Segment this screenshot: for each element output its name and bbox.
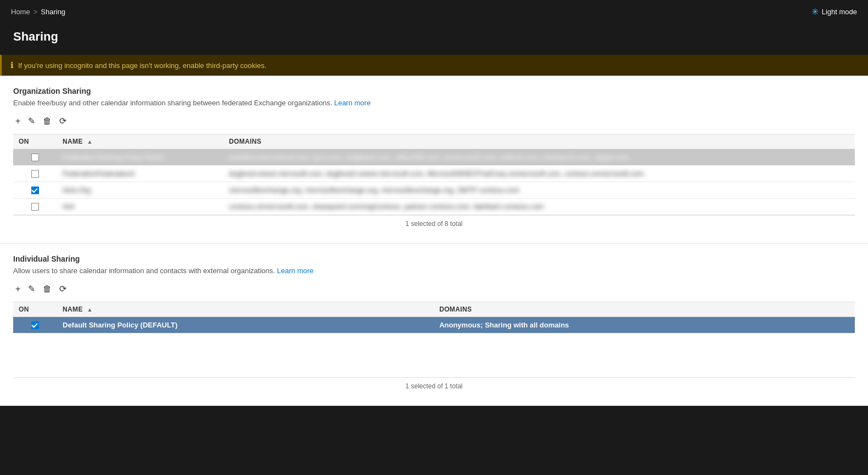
main-content: Organization Sharing Enable free/busy an…: [0, 76, 868, 406]
org-sharing-desc: Enable free/busy and other calendar info…: [13, 99, 855, 107]
ind-sharing-section: Individual Sharing Allow users to share …: [0, 244, 868, 406]
table-row[interactable]: Default Sharing Policy (DEFAULT) Anonymo…: [13, 317, 855, 333]
ind-sharing-table-wrapper: ON NAME ▲ DOMAINS: [13, 302, 855, 394]
row2-checkbox[interactable]: [31, 170, 39, 178]
row3-name: Intra Org: [57, 182, 223, 199]
ind-name-sort-icon: ▲: [87, 307, 92, 313]
row3-checkbox[interactable]: [31, 186, 39, 194]
page-title: Sharing: [13, 30, 855, 44]
org-sharing-toolbar: + ✎ 🗑 ⟳: [13, 115, 855, 127]
light-mode-button[interactable]: ✳ Light mode: [811, 7, 857, 17]
ind-refresh-button[interactable]: ⟳: [57, 282, 69, 295]
name-sort-icon: ▲: [87, 139, 92, 145]
org-col-name: NAME ▲: [57, 134, 223, 149]
ind-col-name: NAME ▲: [57, 302, 434, 317]
row4-name: ###: [57, 199, 223, 215]
org-sharing-table: ON NAME ▲ DOMAINS: [13, 134, 855, 215]
ind-sharing-table: ON NAME ▲ DOMAINS: [13, 302, 855, 333]
row1-domains: autodiscover.outlook.com, lync.com, msgb…: [223, 149, 855, 166]
row4-checkbox[interactable]: [31, 203, 39, 211]
org-sharing-title: Organization Sharing: [13, 87, 855, 95]
sun-icon: ✳: [811, 7, 819, 17]
breadcrumb-current: Sharing: [41, 8, 65, 16]
ind-row1-checkbox[interactable]: [31, 321, 39, 329]
ind-sharing-footer: 1 selected of 1 total: [13, 377, 855, 394]
ind-row1-name: Default Sharing Policy (DEFAULT): [57, 317, 434, 333]
ind-edit-button[interactable]: ✎: [26, 282, 37, 295]
row1-name: Federated Sharing Policy Name: [57, 149, 223, 166]
ind-table-empty-space: [13, 333, 855, 377]
org-sharing-learn-more[interactable]: Learn more: [334, 99, 371, 107]
table-row[interactable]: Federated Sharing Policy Name autodiscov…: [13, 149, 855, 166]
org-add-button[interactable]: +: [13, 115, 23, 127]
ind-sharing-learn-more[interactable]: Learn more: [277, 267, 313, 275]
top-bar: Home > Sharing ✳ Light mode: [0, 0, 868, 23]
org-delete-button[interactable]: 🗑: [41, 115, 54, 127]
row1-checkbox[interactable]: [31, 154, 39, 161]
table-row[interactable]: FederationFederation2 dogfood.extest.mic…: [13, 166, 855, 182]
row2-name: FederationFederation2: [57, 166, 223, 182]
info-icon: ℹ: [10, 60, 14, 70]
org-col-on: ON: [13, 134, 57, 149]
page-header: Sharing: [0, 23, 868, 55]
org-sharing-table-wrapper: ON NAME ▲ DOMAINS: [13, 134, 855, 232]
breadcrumb-home[interactable]: Home: [11, 8, 30, 16]
org-sharing-footer: 1 selected of 8 total: [13, 215, 855, 232]
row3-domains: microsoftexchange.org, microsoftexchange…: [223, 182, 855, 199]
warning-banner: ℹ If you're using incognito and this pag…: [0, 55, 868, 76]
org-edit-button[interactable]: ✎: [26, 115, 37, 127]
table-row[interactable]: ### contoso.onmicrosoft.com, sharepoint.…: [13, 199, 855, 215]
ind-sharing-title: Individual Sharing: [13, 255, 855, 263]
ind-add-button[interactable]: +: [13, 283, 23, 295]
ind-sharing-toolbar: + ✎ 🗑 ⟳: [13, 282, 855, 295]
row4-domains: contoso.onmicrosoft.com, sharepoint.com/…: [223, 199, 855, 215]
light-mode-label: Light mode: [822, 8, 857, 16]
org-col-domains: DOMAINS: [223, 134, 855, 149]
org-sharing-section: Organization Sharing Enable free/busy an…: [0, 76, 868, 244]
ind-col-domains: DOMAINS: [434, 302, 855, 317]
warning-text: If you're using incognito and this page …: [18, 61, 266, 70]
ind-row1-domains: Anonymous; Sharing with all domains: [434, 317, 855, 333]
org-refresh-button[interactable]: ⟳: [57, 115, 69, 127]
ind-col-on: ON: [13, 302, 57, 317]
breadcrumb-separator: >: [33, 8, 38, 16]
breadcrumb: Home > Sharing: [11, 8, 65, 16]
ind-delete-button[interactable]: 🗑: [41, 283, 54, 295]
table-row[interactable]: Intra Org microsoftexchange.org, microso…: [13, 182, 855, 199]
ind-sharing-desc: Allow users to share calendar informatio…: [13, 267, 855, 275]
row2-domains: dogfood.extest.microsoft.com, dogfood2.e…: [223, 166, 855, 182]
